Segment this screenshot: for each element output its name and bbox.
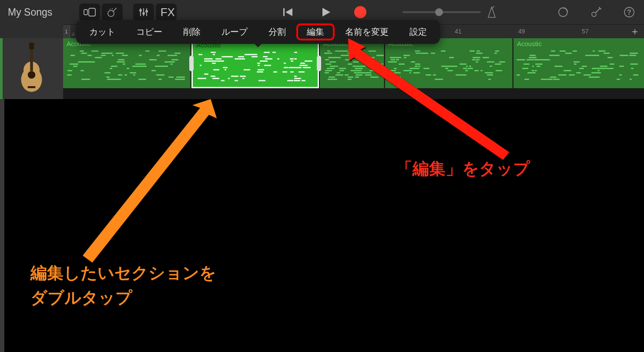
track-color-stripe	[0, 38, 3, 99]
ruler-spacer	[0, 24, 63, 38]
context-menu-item[interactable]: 編集	[296, 23, 335, 40]
right-toolbar: ?	[481, 4, 640, 20]
midi-region[interactable]: Acoustic	[63, 38, 191, 88]
empty-timeline-area[interactable]	[4, 99, 644, 352]
track-view-icon[interactable]	[79, 3, 100, 21]
back-to-songs[interactable]: My Songs	[8, 7, 52, 18]
context-menu-item[interactable]: 分割	[258, 23, 296, 40]
master-volume-slider[interactable]	[402, 11, 481, 13]
timeline-left-bar	[0, 99, 4, 352]
midi-notes	[516, 50, 644, 85]
svg-point-5	[112, 8, 113, 9]
midi-region[interactable]: Acoustic	[385, 38, 513, 88]
midi-region[interactable]: Acoustic	[320, 38, 384, 88]
help-icon[interactable]: ?	[621, 4, 638, 20]
svg-point-25	[28, 71, 35, 78]
context-menu-item[interactable]: コピー	[126, 23, 173, 40]
annotation-text-orange: 編集したいセクションを ダブルタップ	[30, 261, 216, 310]
midi-notes	[66, 50, 188, 85]
ruler-section-marker: A	[72, 32, 75, 37]
svg-point-9	[142, 12, 145, 15]
tracks-area: AcousticAcousticAcousticAcousticAcoustic	[0, 38, 644, 99]
ruler-bar-number: 57	[582, 28, 589, 35]
svg-rect-27	[29, 43, 34, 49]
midi-region[interactable]: Acoustic	[513, 38, 644, 88]
play-button[interactable]	[318, 4, 335, 20]
settings-icon[interactable]	[587, 4, 605, 20]
context-menu-item[interactable]: 名前を変更	[335, 23, 399, 40]
svg-marker-14	[322, 8, 330, 17]
ruler-bar-number: 41	[455, 28, 462, 35]
fx-button[interactable]: FX	[156, 3, 177, 21]
track-header[interactable]	[0, 38, 63, 99]
svg-point-7	[139, 9, 142, 12]
svg-line-19	[596, 8, 600, 13]
midi-notes	[195, 52, 315, 83]
svg-point-4	[110, 9, 111, 10]
ruler-start-marker: 1	[63, 25, 70, 39]
context-menu-item[interactable]: 削除	[173, 23, 211, 40]
region-label: Acoustic	[513, 38, 644, 49]
add-section-button[interactable]: +	[628, 25, 641, 39]
midi-notes	[388, 50, 510, 85]
svg-line-3	[113, 8, 117, 12]
mixer-icon[interactable]	[133, 3, 154, 21]
svg-rect-28	[28, 86, 35, 88]
context-menu-item[interactable]: カット	[79, 23, 126, 40]
svg-text:?: ?	[627, 9, 631, 16]
context-menu-item[interactable]: ループ	[211, 23, 258, 40]
midi-notes	[322, 50, 381, 85]
volume-thumb[interactable]	[435, 8, 443, 16]
svg-marker-13	[285, 8, 292, 16]
annotation-text-red: 「編集」をタップ	[396, 156, 530, 181]
svg-rect-1	[89, 8, 95, 16]
regions-lane[interactable]: AcousticAcousticAcousticAcousticAcoustic	[63, 38, 644, 88]
context-menu-item[interactable]: 設定	[399, 23, 437, 40]
transport-controls	[278, 4, 366, 20]
metronome-icon[interactable]	[483, 4, 500, 20]
loop-browser-icon[interactable]	[554, 4, 572, 20]
svg-rect-12	[283, 8, 285, 16]
svg-point-11	[145, 10, 148, 13]
svg-rect-0	[84, 10, 87, 15]
region-context-menu: カットコピー削除ループ分割編集名前を変更設定	[76, 20, 440, 44]
region-handle-left[interactable]	[189, 56, 194, 71]
guitar-icon	[15, 43, 48, 95]
record-button[interactable]	[354, 6, 366, 18]
ruler-bar-number: 49	[518, 28, 525, 35]
region-handle-right[interactable]	[317, 56, 321, 71]
instrument-icon[interactable]	[102, 3, 123, 21]
rewind-button[interactable]	[279, 4, 297, 20]
